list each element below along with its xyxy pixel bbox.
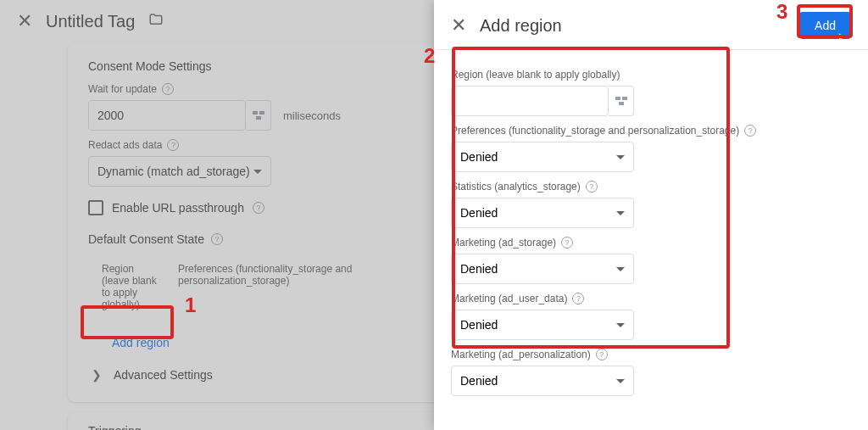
marketing-ad-select[interactable]: Denied	[451, 254, 634, 284]
marketing-pers-select[interactable]: Denied	[451, 366, 634, 396]
marketing-pers-label: Marketing (ad_personalization)	[451, 349, 591, 360]
statistics-label: Statistics (analytics_storage)	[451, 181, 581, 193]
chevron-down-icon	[616, 211, 625, 215]
region-label: Region (leave blank to apply globally)	[451, 69, 620, 81]
add-region-panel: ✕ Add region Add ➤ Region (leave blank t…	[434, 0, 868, 430]
add-button[interactable]: Add ➤	[799, 12, 851, 39]
annotation-num-1: 1	[185, 293, 196, 317]
help-icon[interactable]: ?	[572, 293, 584, 304]
region-input[interactable]	[451, 86, 609, 116]
marketing-user-label: Marketing (ad_user_data)	[451, 293, 567, 304]
chevron-down-icon	[616, 267, 625, 271]
cursor-icon: ➤	[837, 31, 846, 42]
statistics-select[interactable]: Denied	[451, 198, 634, 228]
panel-close-icon[interactable]: ✕	[451, 14, 466, 36]
help-icon[interactable]: ?	[586, 181, 598, 193]
preferences-select[interactable]: Denied	[451, 142, 634, 172]
chevron-down-icon	[616, 155, 625, 159]
help-icon[interactable]: ?	[744, 125, 756, 137]
annotation-num-2: 2	[424, 44, 435, 68]
help-icon[interactable]: ?	[561, 237, 573, 249]
annotation-num-3: 3	[776, 0, 787, 24]
chevron-down-icon	[616, 323, 625, 327]
preferences-label: Preferences (functionality_storage and p…	[451, 125, 739, 137]
help-icon[interactable]: ?	[596, 349, 608, 360]
variable-button[interactable]	[609, 86, 634, 116]
marketing-user-select[interactable]: Denied	[451, 310, 634, 340]
marketing-ad-label: Marketing (ad_storage)	[451, 237, 556, 249]
panel-title: Add region	[480, 16, 562, 36]
chevron-down-icon	[616, 379, 625, 383]
